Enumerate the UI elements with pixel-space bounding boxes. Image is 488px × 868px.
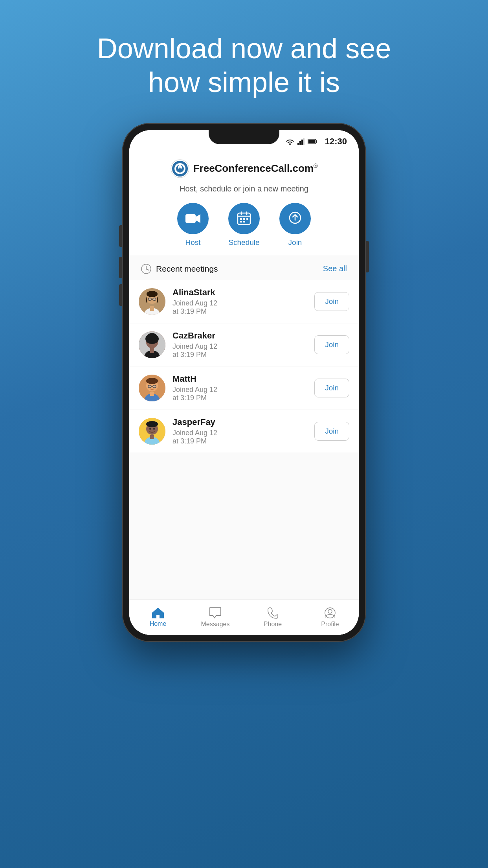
svg-rect-0 <box>297 143 299 145</box>
home-icon <box>152 607 164 618</box>
status-icons: 12:30 <box>286 136 347 147</box>
host-circle[interactable] <box>177 203 209 234</box>
join-label: Join <box>288 238 302 247</box>
svg-rect-6 <box>308 140 315 143</box>
join-button-jasper[interactable]: Join <box>314 422 349 441</box>
meeting-name-matt: MattH <box>172 374 307 384</box>
join-button-matt[interactable]: Join <box>314 379 349 397</box>
calendar-icon <box>237 211 251 226</box>
svg-point-48 <box>146 421 158 427</box>
profile-icon <box>324 607 336 619</box>
schedule-button-group[interactable]: Schedule <box>228 203 260 247</box>
app-content: FreeConferenceCall.com® Host, schedule o… <box>129 150 359 635</box>
phone-icon <box>267 607 278 619</box>
svg-rect-18 <box>246 218 248 220</box>
meeting-name-caz: CazBraker <box>172 331 307 341</box>
svg-point-37 <box>147 333 157 341</box>
svg-rect-46 <box>150 435 154 439</box>
app-logo-icon <box>171 159 189 178</box>
join-button-caz[interactable]: Join <box>314 335 349 354</box>
nav-item-phone[interactable]: Phone <box>244 607 301 628</box>
svg-line-25 <box>146 269 149 270</box>
svg-rect-20 <box>243 221 245 223</box>
host-button-group[interactable]: Host <box>177 203 209 247</box>
svg-point-52 <box>328 609 332 613</box>
svg-point-50 <box>153 428 155 430</box>
bottom-nav: Home Messages Phone <box>129 600 359 635</box>
meeting-info-jasper: JasperFay Joined Aug 12at 3:19 PM <box>172 417 307 445</box>
nav-item-home[interactable]: Home <box>129 607 187 627</box>
signal-icon <box>297 138 305 145</box>
nav-item-messages[interactable]: Messages <box>187 607 244 628</box>
svg-rect-1 <box>299 141 301 145</box>
meeting-item-caz: CazBraker Joined Aug 12at 3:19 PM Join <box>129 324 359 366</box>
recent-header: Recent meetings See all <box>129 255 359 280</box>
clock-icon <box>141 264 151 274</box>
svg-rect-29 <box>148 298 151 300</box>
svg-rect-34 <box>150 348 154 353</box>
nav-item-profile[interactable]: Profile <box>301 607 359 628</box>
schedule-circle[interactable] <box>228 203 260 234</box>
svg-rect-41 <box>148 385 151 388</box>
join-circle[interactable] <box>279 203 311 234</box>
meeting-name-jasper: JasperFay <box>172 417 307 427</box>
app-subtitle: Host, schedule or join a new meeting <box>180 184 308 193</box>
svg-rect-2 <box>301 140 303 145</box>
battery-icon <box>308 139 317 144</box>
avatar-jasper <box>139 418 165 445</box>
see-all-link[interactable]: See all <box>323 264 347 273</box>
nav-label-phone: Phone <box>264 621 282 628</box>
video-icon <box>185 213 200 224</box>
svg-rect-16 <box>240 218 242 220</box>
avatar-caz <box>139 331 165 358</box>
svg-point-28 <box>147 291 158 297</box>
svg-rect-32 <box>150 306 154 311</box>
host-label: Host <box>185 238 200 247</box>
avatar-matt <box>139 375 165 401</box>
meeting-item-alina: AlinaStark Joined Aug 12at 3:19 PM Join <box>129 280 359 323</box>
svg-point-49 <box>149 428 151 430</box>
svg-rect-42 <box>153 385 156 388</box>
message-icon <box>209 607 222 619</box>
meeting-time-matt: Joined Aug 12at 3:19 PM <box>172 386 307 402</box>
meeting-item-jasper: JasperFay Joined Aug 12at 3:19 PM Join <box>129 410 359 452</box>
meeting-info-alina: AlinaStark Joined Aug 12at 3:19 PM <box>172 287 307 316</box>
app-header: FreeConferenceCall.com® Host, schedule o… <box>129 150 359 255</box>
svg-rect-19 <box>240 221 242 223</box>
nav-label-profile: Profile <box>321 621 339 628</box>
person-alina <box>139 288 165 315</box>
svg-rect-5 <box>316 140 317 143</box>
meeting-item-matt: MattH Joined Aug 12at 3:19 PM Join <box>129 367 359 409</box>
svg-rect-3 <box>303 138 305 145</box>
join-button-group[interactable]: Join <box>279 203 311 247</box>
nav-label-home: Home <box>150 620 167 627</box>
schedule-label: Schedule <box>228 238 259 247</box>
logo-text: FreeConferenceCall.com® <box>193 162 318 175</box>
meeting-name-alina: AlinaStark <box>172 287 307 298</box>
meeting-time-alina: Joined Aug 12at 3:19 PM <box>172 299 307 316</box>
meeting-time-jasper: Joined Aug 12at 3:19 PM <box>172 429 307 445</box>
recent-section: Recent meetings See all <box>129 255 359 600</box>
svg-rect-44 <box>150 392 154 396</box>
svg-rect-30 <box>153 298 156 300</box>
person-matt <box>139 375 165 401</box>
person-jasper <box>139 418 165 445</box>
nav-label-messages: Messages <box>201 621 230 628</box>
phone-screen: 12:30 Free <box>129 130 359 635</box>
join-button-alina[interactable]: Join <box>314 292 349 311</box>
action-buttons: Host <box>177 203 311 247</box>
svg-rect-17 <box>243 218 245 220</box>
recent-title-area: Recent meetings <box>141 264 218 274</box>
avatar-alina <box>139 288 165 315</box>
upload-icon <box>289 211 301 226</box>
meeting-time-caz: Joined Aug 12at 3:19 PM <box>172 342 307 359</box>
logo-area: FreeConferenceCall.com® <box>171 159 318 178</box>
meeting-info-matt: MattH Joined Aug 12at 3:19 PM <box>172 374 307 402</box>
meeting-info-caz: CazBraker Joined Aug 12at 3:19 PM <box>172 331 307 359</box>
headline: Download now and see how simple it is <box>66 31 423 99</box>
person-caz <box>139 331 165 358</box>
wifi-icon <box>286 138 294 145</box>
status-time: 12:30 <box>325 136 347 147</box>
phone-notch <box>209 130 279 144</box>
recent-title: Recent meetings <box>156 264 218 274</box>
